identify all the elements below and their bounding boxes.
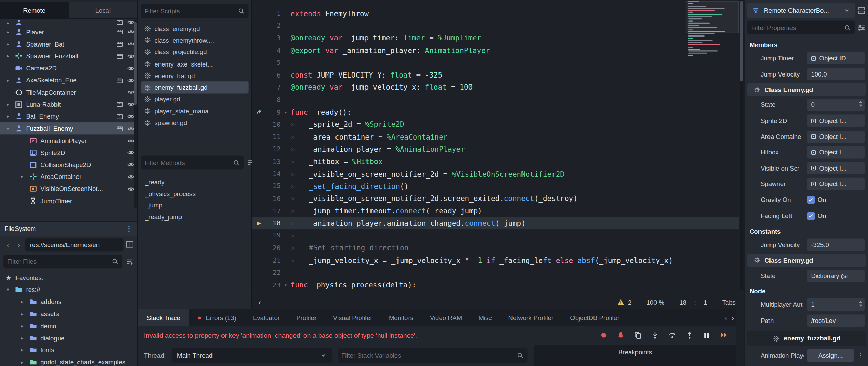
method-item-ready[interactable]: _ready	[141, 176, 248, 188]
code-line-10[interactable]: 10»_sprite_2d = %Sprite2D	[252, 118, 739, 131]
value-field[interactable]: -325.0	[807, 239, 865, 251]
code-line-1[interactable]: 1extends EnemyThrow	[252, 7, 739, 20]
filesystem-menu-icon[interactable]: ⋮	[125, 225, 133, 232]
spin-field[interactable]: 1	[807, 299, 865, 311]
code-line-22[interactable]: 22	[252, 266, 739, 279]
code-line-9[interactable]: 9▾func _ready():	[252, 106, 739, 118]
expand-icon[interactable]: ▸	[21, 323, 29, 329]
fold-icon[interactable]: ▾	[281, 282, 291, 288]
filter-properties-input[interactable]	[751, 24, 841, 31]
history-forward-icon[interactable]: ›	[14, 241, 23, 248]
debugger-tab-misc[interactable]: Misc	[470, 309, 500, 326]
step-into-button[interactable]	[651, 331, 659, 340]
code-line-11[interactable]: 11»_area_container = %AreaContainer	[252, 131, 739, 143]
scene-tree-item-spawner-bat[interactable]: ▸Spawner_Bat	[0, 38, 137, 50]
filesystem-path[interactable]: res://scenes/Enemies/en	[25, 238, 123, 251]
object-history-icon[interactable]	[857, 6, 866, 15]
expand-icon[interactable]: ▸	[21, 299, 29, 305]
code-line-15[interactable]: 15»_set_facing_direction()	[252, 180, 739, 192]
scene-tree-item-spawner-fuzzball[interactable]: ▸Spawner_Fuzzball	[0, 50, 137, 62]
code-line-12[interactable]: 12»_animation_player = %AnimationPlayer	[252, 143, 739, 155]
thread-select[interactable]: Main Thread	[172, 348, 332, 363]
scene-tree-scrollbar[interactable]	[134, 20, 137, 208]
expand-icon[interactable]: ▸	[7, 29, 15, 35]
scene-tree-item-areacontainer[interactable]: ▸AreaContainer	[0, 171, 137, 183]
scene-dock-tab-remote[interactable]: Remote	[0, 2, 69, 18]
script-item-class-enemy-gd[interactable]: class_enemy.gd	[141, 23, 248, 34]
eye-icon[interactable]	[127, 173, 135, 181]
filesystem-item-addons[interactable]: ▸addons	[0, 296, 137, 308]
code-line-3[interactable]: 3@onready var _jump_timer: Timer = %Jump…	[252, 32, 739, 44]
scene-tree-item-axeskeleton-ene[interactable]: ▸AxeSkeleton_Ene...	[0, 74, 137, 87]
eye-icon[interactable]	[127, 20, 135, 26]
filter-stack-variables-input[interactable]	[341, 352, 514, 359]
code-line-13[interactable]: 13»_hitbox = %Hitbox	[252, 155, 739, 168]
editor-scrollbar[interactable]	[740, 0, 743, 290]
scene-tree-item-sprite2d[interactable]: Sprite2D	[0, 147, 137, 159]
expand-icon[interactable]: ▸	[7, 20, 15, 26]
expand-icon[interactable]: ▸	[7, 114, 15, 119]
code-line-14[interactable]: 14»_visible_on_screen_notifier_2d = %Vis…	[252, 168, 739, 180]
scene-tree-item-collisionshape2d[interactable]: CollisionShape2D	[0, 159, 137, 171]
spin-field[interactable]: 0	[807, 99, 865, 111]
step-over-button[interactable]	[668, 331, 676, 340]
eye-icon[interactable]	[127, 101, 135, 108]
scene-tree-item-item[interactable]: ▸	[0, 20, 137, 26]
code-line-17[interactable]: 17»_jump_timer.timeout.connect(_ready_ju…	[252, 205, 739, 217]
filesystem-item-godot-state-charts-examples[interactable]: ▸godot_state_charts_examples	[0, 356, 137, 366]
eye-icon[interactable]	[127, 185, 135, 193]
filesystem-item-assets[interactable]: ▸assets	[0, 308, 137, 320]
code-line-6[interactable]: 6const JUMP_VELOCITY_Y: float = -325	[252, 69, 739, 81]
code-line-23[interactable]: 23▾func _physics_process(delta):	[252, 279, 739, 290]
code-line-18[interactable]: 18»_animation_player.animation_changed.c…	[252, 217, 739, 230]
history-back-icon[interactable]: ‹	[3, 241, 12, 248]
eye-icon[interactable]	[127, 137, 135, 144]
filesystem-item-res[interactable]: ▾res://	[0, 284, 137, 296]
script-item-class-projectile-gd[interactable]: class_projectile.gd	[141, 46, 248, 58]
collapse-icon[interactable]: ▾	[7, 287, 15, 293]
scene-tree-item-tilemapcontainer[interactable]: TileMapContainer	[0, 87, 137, 99]
expand-icon[interactable]: ▸	[7, 53, 15, 59]
eye-icon[interactable]	[127, 125, 135, 132]
continue-button[interactable]	[720, 331, 728, 340]
inspector-section-members[interactable]: Members	[747, 37, 866, 51]
debugger-tab-stack-trace[interactable]: Stack Trace	[138, 309, 189, 326]
eye-icon[interactable]	[127, 161, 135, 169]
scene-tree-item-camera2d[interactable]: Camera2D	[0, 62, 137, 74]
code-line-20[interactable]: 20»#Set starting direction	[252, 242, 739, 254]
scene-dock-tab-local[interactable]: Local	[69, 2, 137, 18]
inspector-tools-icon[interactable]	[857, 23, 866, 32]
indent-type-button[interactable]: Tabs	[722, 299, 736, 305]
spin-down-icon[interactable]	[859, 105, 862, 107]
record-button[interactable]	[599, 331, 608, 340]
step-out-button[interactable]	[685, 331, 694, 340]
object-value-button[interactable]: Object I...	[807, 178, 865, 190]
script-item-class-enemythrow[interactable]: class_enemythrow....	[141, 34, 248, 46]
eye-icon[interactable]	[127, 29, 135, 36]
eye-icon[interactable]	[127, 77, 135, 84]
method-item-ready-jump[interactable]: _ready_jump	[141, 211, 248, 223]
script-item-player-state-mana[interactable]: player_state_mana...	[141, 105, 248, 117]
eye-icon[interactable]	[127, 113, 135, 120]
script-item-enemy-bat-gd[interactable]: enemy_bat.gd	[141, 70, 248, 82]
debugger-tab-network-profiler[interactable]: Network Profiler	[500, 309, 562, 326]
inspector-section-constants[interactable]: Constants	[747, 224, 866, 237]
expand-icon[interactable]: ▸	[7, 78, 15, 83]
debugger-tab-video-ram[interactable]: Video RAM	[422, 309, 470, 326]
tabs-scroll-right-icon[interactable]: ›	[732, 314, 734, 322]
object-value-button[interactable]: Object I...	[807, 131, 865, 143]
object-value-button[interactable]: Object I...	[807, 146, 865, 159]
collapse-icon[interactable]: ▾	[7, 126, 15, 131]
eye-icon[interactable]	[127, 53, 135, 60]
spinner-arrows[interactable]	[859, 101, 862, 107]
script-item-enemy-axe-skelet[interactable]: enemy_axe_skelet...	[141, 58, 248, 70]
scene-tree-item-visibleonscreennot[interactable]: VisibleOnScreenNot...	[0, 183, 137, 195]
code-line-4[interactable]: 4@export var _animation_player: Animatio…	[252, 44, 739, 57]
filter-methods-input[interactable]	[144, 159, 229, 166]
spin-up-icon[interactable]	[859, 101, 862, 103]
eye-icon[interactable]	[127, 41, 135, 48]
filesystem-item-demo[interactable]: ▸demo	[0, 320, 137, 332]
cursor-position[interactable]: 18 : 1	[679, 299, 707, 305]
filesystem-item-dialogue[interactable]: ▸dialogue	[0, 332, 137, 344]
code-line-19[interactable]: 19»	[252, 230, 739, 242]
